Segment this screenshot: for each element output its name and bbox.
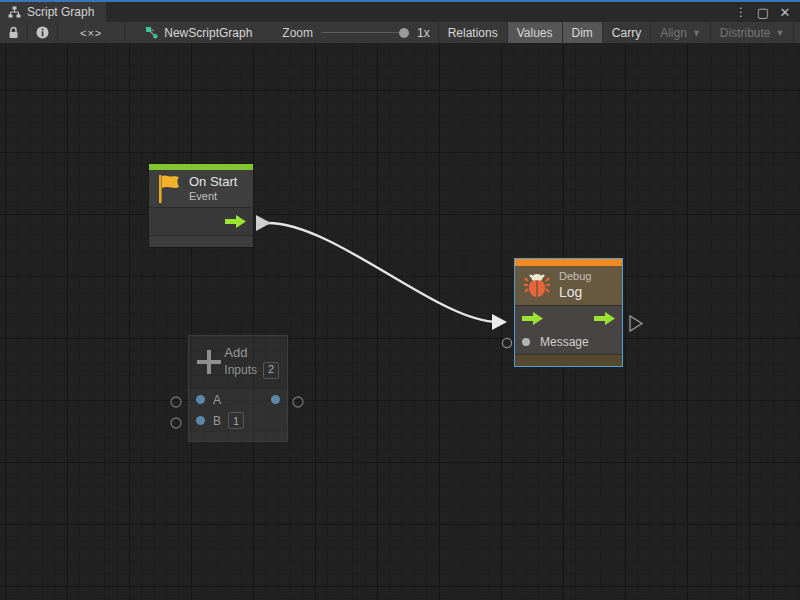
flag-icon [157, 174, 181, 203]
node-titles: On Start Event [189, 174, 237, 204]
ghost-port-a-outer [171, 397, 181, 407]
value-in-port-icon[interactable] [522, 338, 530, 346]
graph-toolbar: <×> NewScriptGraph Zoom 1x Relations Val… [0, 22, 800, 44]
lock-button[interactable] [0, 22, 28, 43]
value-out-port-icon[interactable] [271, 395, 280, 404]
node-title: Add [224, 345, 279, 361]
zoom-label: Zoom [282, 26, 313, 40]
node-titles: Add Inputs 2 [224, 345, 279, 378]
wire-end-arrow [492, 314, 507, 330]
edit-script-button[interactable]: <×> [58, 22, 125, 43]
zoom-control: Zoom 1x [262, 22, 437, 43]
debug-trigger-out-port [630, 316, 642, 331]
connection-layer [0, 44, 800, 600]
distribute-dropdown[interactable]: Distribute ▼ [710, 22, 794, 43]
lock-icon [8, 26, 19, 39]
wire-start-arrow [256, 215, 271, 231]
tab-title: Script Graph [27, 5, 94, 19]
node-titles: Debug Log [559, 270, 591, 301]
node-port-row-a: A [189, 389, 287, 410]
close-icon[interactable]: ✕ [776, 3, 794, 21]
value-in-port-icon[interactable] [196, 395, 205, 404]
toolbar-toggle-group: Relations Values Dim Carry Align ▼ Distr… [438, 22, 800, 43]
align-dropdown[interactable]: Align ▼ [650, 22, 710, 43]
bug-icon [523, 272, 551, 299]
graph-hierarchy-icon [8, 6, 21, 18]
node-header: Debug Log [515, 266, 622, 306]
zoom-slider-thumb[interactable] [399, 28, 409, 38]
values-button[interactable]: Values [507, 22, 562, 43]
inputs-label: Inputs [224, 363, 257, 378]
node-message-row: Message [515, 330, 622, 354]
node-footer [515, 354, 622, 366]
port-b-value-field[interactable]: 1 [228, 412, 244, 429]
node-subtitle: Event [189, 190, 237, 204]
plus-icon [197, 350, 214, 374]
window-menu-icon[interactable]: ⋮ [732, 3, 750, 21]
node-debug-log[interactable]: Debug Log Message [514, 258, 623, 367]
info-button[interactable] [28, 22, 58, 43]
node-footer [189, 431, 287, 441]
graph-canvas[interactable]: On Start Event [0, 44, 800, 600]
trigger-in-port-icon[interactable] [522, 312, 543, 325]
overview-button[interactable]: Overview [793, 22, 800, 43]
node-trigger-row [515, 306, 622, 330]
node-on-start[interactable]: On Start Event [148, 163, 254, 248]
window-controls: ⋮ ▢ ✕ [732, 2, 800, 22]
zoom-slider[interactable] [321, 27, 409, 39]
chevron-down-icon: ▼ [776, 28, 785, 38]
chevron-down-icon: ▼ [692, 28, 701, 38]
debug-message-outer-port [502, 338, 511, 347]
value-in-port-icon[interactable] [196, 416, 205, 425]
script-graph-window: Script Graph ⋮ ▢ ✕ <×> [0, 0, 800, 600]
node-title: Log [559, 284, 591, 302]
info-icon [36, 26, 49, 39]
window-focus-indicator [0, 0, 800, 2]
tab-script-graph[interactable]: Script Graph [0, 2, 106, 22]
code-icon: <×> [80, 27, 102, 39]
node-footer [149, 236, 253, 247]
maximize-icon[interactable]: ▢ [754, 3, 772, 21]
carry-button[interactable]: Carry [602, 22, 650, 43]
trigger-out-port-icon[interactable] [594, 312, 615, 325]
port-label: B [213, 414, 221, 428]
node-header: On Start Event [149, 170, 253, 208]
graph-reference[interactable]: NewScriptGraph [125, 22, 262, 43]
zoom-slider-track [321, 32, 409, 33]
zoom-value: 1x [417, 26, 430, 40]
node-header: Add Inputs 2 [189, 336, 287, 389]
port-label: A [213, 393, 221, 407]
node-port-row [149, 208, 253, 236]
inputs-control: Inputs 2 [224, 362, 279, 379]
node-title: On Start [189, 174, 237, 190]
script-graph-asset-icon [145, 26, 158, 39]
ghost-port-out-outer [293, 397, 303, 407]
trigger-out-port-icon[interactable] [225, 215, 246, 228]
node-port-row-b: B 1 [189, 410, 287, 431]
tab-bar: Script Graph ⋮ ▢ ✕ [0, 2, 800, 22]
relations-button[interactable]: Relations [438, 22, 507, 43]
dim-button[interactable]: Dim [562, 22, 602, 43]
node-context: Debug [559, 270, 591, 284]
graph-name: NewScriptGraph [164, 26, 252, 40]
node-add-ghost[interactable]: Add Inputs 2 A B 1 [188, 335, 288, 442]
connection-wire [268, 223, 498, 322]
inputs-count-field[interactable]: 2 [263, 362, 279, 379]
ghost-port-b-outer [171, 418, 181, 428]
node-accent-bar [515, 259, 622, 266]
port-label: Message [540, 335, 589, 349]
